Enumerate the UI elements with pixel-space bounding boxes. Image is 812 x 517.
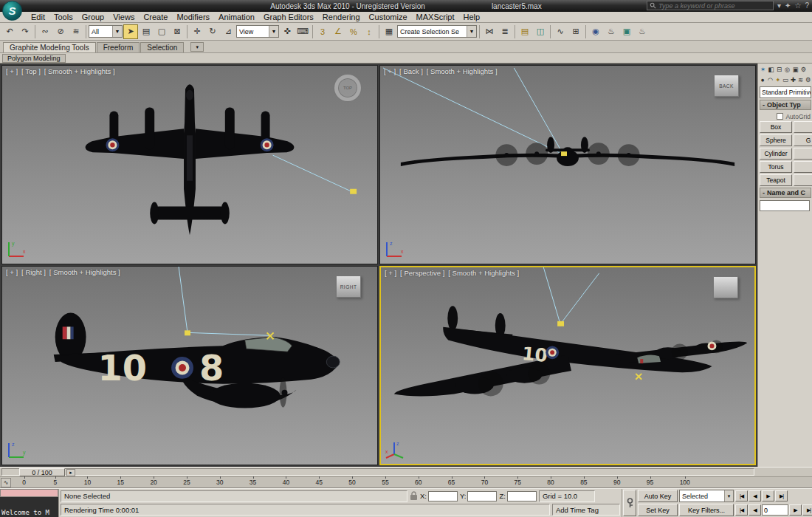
menu-item[interactable]: MAXScript	[412, 12, 459, 22]
select-object-button[interactable]: ➤	[123, 24, 138, 39]
select-by-name-button[interactable]: ▤	[139, 24, 154, 39]
time-tag-field[interactable]: Add Time Tag	[552, 504, 620, 516]
primitive-button[interactable]: G	[794, 134, 812, 146]
viewport-pov-menu[interactable]: [ Top ]	[21, 67, 41, 75]
viewport-back[interactable]: [ + ] [ Back ] [ Smooth + Highlights ] B…	[379, 65, 756, 264]
hierarchy-tab-icon[interactable]: ⊟	[776, 65, 782, 74]
frame-back-button[interactable]: ◀	[749, 504, 761, 516]
viewport-general-menu[interactable]: [ + ]	[6, 67, 18, 75]
play-animation-button[interactable]: ▶	[762, 490, 774, 501]
viewcube[interactable]	[713, 276, 738, 298]
shapes-category-icon[interactable]: ◠	[767, 75, 773, 84]
go-to-start-button[interactable]: |◀	[735, 490, 748, 501]
z-coordinate-input[interactable]	[507, 491, 537, 501]
primitive-button[interactable]: Cylinder	[760, 148, 792, 160]
autogrid-checkbox[interactable]	[777, 113, 783, 120]
track-bar-ticks[interactable]: 0510152025303540455055606570758085909510…	[21, 479, 690, 486]
go-to-end-button[interactable]: ▶|	[775, 490, 788, 501]
undo-button[interactable]: ↶	[2, 24, 17, 39]
menu-item[interactable]: Edit	[27, 12, 49, 22]
ribbon-tab[interactable]: Graphite Modeling Tools	[3, 42, 96, 52]
redo-button[interactable]: ↷	[18, 24, 32, 39]
bind-to-space-warp-button[interactable]: ≋	[69, 24, 83, 39]
spinner-snap-button[interactable]: ↕	[362, 24, 376, 39]
menu-item[interactable]: Graph Editors	[259, 12, 318, 22]
viewport-general-menu[interactable]: [ + ]	[385, 269, 396, 277]
previous-frame-button[interactable]: ◀	[749, 490, 761, 501]
viewport-shading-menu[interactable]: [ Smooth + Highlights ]	[44, 67, 115, 75]
unlink-selection-button[interactable]: ⊘	[53, 24, 68, 39]
schematic-view-button[interactable]: ⊞	[568, 24, 583, 39]
search-dropdown-icon[interactable]: ▾	[777, 2, 781, 10]
viewport-general-menu[interactable]: [ + ]	[6, 268, 18, 276]
systems-category-icon[interactable]: ⚙	[805, 75, 811, 84]
ribbon-collapse-button[interactable]: ▾	[190, 42, 204, 52]
snaps-toggle-button[interactable]: 3	[315, 24, 330, 39]
keyboard-shortcut-override-button[interactable]: ⌨	[295, 24, 310, 39]
help-icon[interactable]: ?	[805, 2, 809, 10]
select-and-rotate-button[interactable]: ↻	[205, 24, 220, 39]
menu-item[interactable]: Modifiers	[172, 12, 214, 22]
communication-center-icon[interactable]: ✦	[785, 2, 791, 10]
angle-snap-button[interactable]: ∠	[331, 24, 345, 39]
current-frame-input[interactable]	[762, 504, 788, 516]
viewport-shading-menu[interactable]: [ Smooth + Highlights ]	[448, 269, 519, 277]
menu-item[interactable]: Animation	[214, 12, 259, 22]
viewport-right[interactable]: 10 8 [ + ] [ Right ] [ Smooth + Highligh…	[1, 266, 378, 465]
ribbon-tab[interactable]: Freeform	[97, 42, 140, 52]
percent-snap-button[interactable]: %	[346, 24, 361, 39]
primitive-button[interactable]	[794, 161, 812, 173]
select-and-scale-button[interactable]: ⊿	[221, 24, 235, 39]
viewport-general-menu[interactable]: [ + ]	[384, 67, 396, 75]
layer-manager-button[interactable]: ▤	[517, 24, 532, 39]
motion-tab-icon[interactable]: ◎	[784, 65, 791, 74]
viewport-pov-menu[interactable]: [ Right ]	[21, 268, 46, 276]
menu-item[interactable]: Views	[109, 12, 139, 22]
primitive-button[interactable]: Box	[760, 121, 792, 133]
select-and-move-button[interactable]: ✛	[190, 24, 204, 39]
menu-item[interactable]: Tools	[49, 12, 78, 22]
viewport-shading-menu[interactable]: [ Smooth + Highlights ]	[427, 67, 498, 75]
selection-filter-dropdown[interactable]: All▼	[89, 25, 123, 38]
select-and-manipulate-button[interactable]: ✜	[280, 24, 295, 39]
search-input[interactable]	[658, 2, 771, 10]
cameras-category-icon[interactable]: ▭	[782, 75, 788, 84]
utilities-tab-icon[interactable]: ⚙	[800, 65, 807, 74]
menu-item[interactable]: Customize	[365, 12, 412, 22]
viewport-perspective[interactable]: 10 [ + ] [ Perspective ] [ Smooth + High…	[379, 266, 756, 465]
frame-forward-button[interactable]: ▶	[789, 504, 802, 516]
viewport-top[interactable]: [ + ] [ Top ] [ Smooth + Highlights ] TO…	[1, 65, 378, 264]
auto-key-button[interactable]: Auto Key	[638, 490, 678, 502]
render-production-button[interactable]: ♨	[635, 24, 650, 39]
menu-item[interactable]: Group	[78, 12, 109, 22]
app-logo-icon[interactable]: S	[2, 1, 22, 21]
viewport-shading-menu[interactable]: [ Smooth + Highlights ]	[49, 268, 120, 276]
helpers-category-icon[interactable]: ✚	[790, 75, 796, 84]
key-mode-dropdown[interactable]: Selected▼	[679, 490, 734, 502]
create-tab-icon[interactable]: ✶	[760, 65, 766, 74]
rendered-frame-window-button[interactable]: ▣	[619, 24, 634, 39]
viewcube[interactable]: RIGHT	[336, 275, 361, 298]
key-step-back-button[interactable]: |◀	[735, 504, 748, 516]
material-editor-button[interactable]: ◉	[588, 24, 603, 39]
x-coordinate-input[interactable]	[428, 491, 458, 501]
key-step-forward-button[interactable]: ▶|	[802, 504, 812, 516]
primitive-button[interactable]: Teapot	[760, 174, 792, 186]
menu-item[interactable]: Rendering	[318, 12, 365, 22]
open-mini-curve-editor-button[interactable]: ∿	[1, 478, 11, 487]
window-crossing-button[interactable]: ⊠	[170, 24, 185, 39]
render-setup-button[interactable]: ♨	[604, 24, 619, 39]
curve-editor-button[interactable]: ∿	[553, 24, 568, 39]
maxscript-mini-listener[interactable]: Welcome to M	[0, 489, 59, 517]
geometry-category-icon[interactable]: ●	[760, 75, 765, 84]
rectangular-selection-region-button[interactable]: ▢	[154, 24, 169, 39]
time-slider-step-button[interactable]: ▸	[66, 469, 75, 476]
rollout-object-type[interactable]: - Object Typ	[760, 100, 811, 110]
key-filters-button[interactable]: Key Filters...	[679, 504, 734, 516]
modify-tab-icon[interactable]: ◧	[768, 65, 774, 74]
primitive-button[interactable]: Sphere	[760, 134, 792, 146]
menu-item[interactable]: Help	[459, 12, 485, 22]
viewport-pov-menu[interactable]: [ Perspective ]	[400, 269, 444, 277]
set-key-icon-button[interactable]	[623, 490, 636, 516]
selection-lock-icon[interactable]	[410, 491, 418, 501]
